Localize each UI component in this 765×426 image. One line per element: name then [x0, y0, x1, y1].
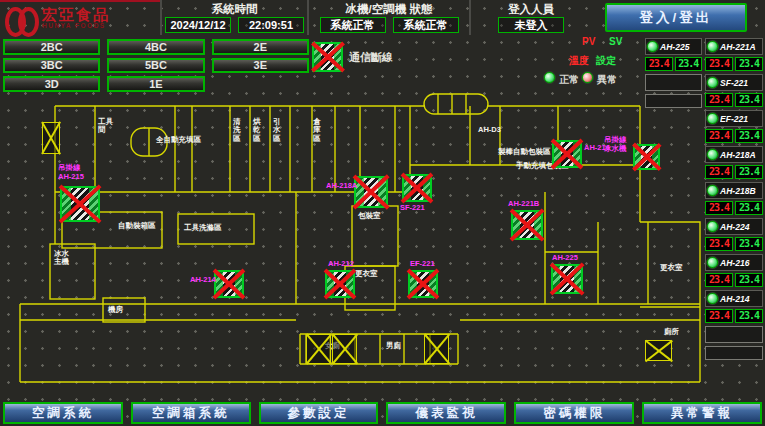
- unit-AH-224[interactable]: AH-224: [705, 218, 763, 235]
- unit-column-b: AH-221A23.423.4SF-22123.423.4EF-22123.42…: [705, 38, 763, 360]
- room-label: 製棒自動包裝區: [498, 148, 551, 156]
- temp-header-label: 溫度: [569, 54, 589, 68]
- sv-value: 23.4: [735, 93, 763, 107]
- login-section: 登入人員 未登入: [469, 0, 591, 35]
- stair-icon: [306, 334, 331, 364]
- unit-SF-221[interactable]: SF-221: [705, 74, 763, 91]
- unit-block: AH-218B23.423.4: [705, 182, 763, 215]
- empty-slot: [645, 94, 702, 108]
- floor-button-2bc[interactable]: 2BC: [3, 39, 100, 55]
- unit-AH-218A[interactable]: AH-218A: [705, 146, 763, 163]
- hunya-logo-icon: [4, 5, 38, 33]
- login-user-value: 未登入: [498, 17, 564, 33]
- bottom-nav: 空調系統空調箱系統參數設定儀表監視密碼權限異常警報: [0, 400, 765, 426]
- unit-column-a: AH-22523.423.4: [645, 38, 702, 108]
- room-label: 男廁: [386, 342, 401, 350]
- ahu-comm-loss-icon[interactable]: [552, 140, 582, 168]
- logo-title: 宏亞食品: [42, 7, 110, 23]
- nav-button[interactable]: 空調箱系統: [131, 402, 251, 424]
- unit-name: AH-224: [720, 221, 749, 232]
- unit-EF-221[interactable]: EF-221: [705, 110, 763, 127]
- unit-values: 23.423.4: [705, 273, 763, 287]
- comm-loss-icon: [312, 42, 343, 72]
- floor-nav: 2BC4BC2E3BC5BC3E3D1E: [3, 39, 309, 92]
- floor-button-4bc[interactable]: 4BC: [107, 39, 204, 55]
- unit-values: 23.423.4: [705, 129, 763, 143]
- unit-block: SF-22123.423.4: [705, 74, 763, 107]
- unit-AH-221A[interactable]: AH-221A: [705, 38, 763, 55]
- floor-button-1e[interactable]: 1E: [107, 76, 204, 92]
- room-label: 清 洗 區: [233, 118, 241, 143]
- unit-block: AH-22523.423.4: [645, 38, 702, 71]
- unit-AH-214[interactable]: AH-214: [705, 290, 763, 307]
- top-bar: 宏亞食品 HUNYA FOODS 系統時間 2024/12/12 22:09:5…: [0, 0, 765, 35]
- status-led: [707, 149, 718, 160]
- unit-AH-216[interactable]: AH-216: [705, 254, 763, 271]
- unit-block: EF-22123.423.4: [705, 110, 763, 143]
- empty-slot: [705, 326, 763, 343]
- floor-plan-map: 工具 間全自動充填區清 洗 區烘 乾 區引 水 區倉 庫 區AH-D3製棒自動包…: [0, 92, 765, 402]
- unit-name: SF-221: [720, 77, 748, 88]
- unit-values: 23.423.4: [705, 93, 763, 107]
- room-label: 冰水 主機: [54, 250, 69, 267]
- nav-button[interactable]: 空調系統: [3, 402, 123, 424]
- logo-subtitle: HUNYA FOODS: [42, 23, 110, 30]
- ahu-marker-label: AH-225: [552, 254, 578, 263]
- ahu-comm-loss-icon[interactable]: [214, 270, 244, 298]
- unit-values: 23.423.4: [705, 309, 763, 323]
- sv-value: 23.4: [735, 165, 763, 179]
- stair-icon: [332, 334, 357, 364]
- system-time-label: 系統時間: [212, 2, 258, 17]
- floor-button-3d[interactable]: 3D: [3, 76, 100, 92]
- system-time-section: 系統時間 2024/12/12 22:09:51: [160, 0, 307, 35]
- machine-status-label: 冰機/空調機 狀態: [346, 2, 433, 17]
- sv-header-label: SV: [609, 36, 622, 47]
- ahu-marker-label: SF-221: [400, 204, 425, 213]
- unit-AH-218B[interactable]: AH-218B: [705, 182, 763, 199]
- empty-slot: [645, 74, 702, 91]
- nav-button[interactable]: 密碼權限: [514, 402, 634, 424]
- ahu-comm-loss-icon[interactable]: [354, 176, 388, 208]
- unit-values: 23.423.4: [645, 57, 702, 71]
- room-label: 更衣室: [355, 270, 378, 278]
- ahu-comm-loss-icon[interactable]: [633, 144, 660, 170]
- status-led: [707, 221, 718, 232]
- floor-button-5bc[interactable]: 5BC: [107, 58, 204, 74]
- pv-value: 23.4: [705, 57, 733, 71]
- room-label: 倉 庫 區: [313, 118, 321, 143]
- room-label: 烘 乾 區: [253, 118, 261, 143]
- pv-header-label: PV: [582, 36, 595, 47]
- ahu-comm-loss-icon[interactable]: [511, 210, 543, 240]
- machine-status-section: 冰機/空調機 狀態 系統正常 系統正常: [307, 0, 469, 35]
- unit-values: 23.423.4: [705, 201, 763, 215]
- login-user-label: 登入人員: [508, 2, 554, 17]
- room-label: 工具洗滌區: [184, 224, 222, 232]
- unit-name: AH-216: [720, 257, 749, 268]
- nav-button[interactable]: 異常警報: [642, 402, 762, 424]
- room-label: 機房: [108, 306, 123, 314]
- ahu-status-value: 系統正常: [393, 17, 459, 33]
- room-label: 包裝室: [358, 212, 381, 220]
- sv-value: 23.4: [735, 309, 763, 323]
- floor-button-3bc[interactable]: 3BC: [3, 58, 100, 74]
- ahu-comm-loss-icon[interactable]: [402, 174, 432, 202]
- floor-button-2e[interactable]: 2E: [212, 39, 309, 55]
- sv-value: 23.4: [735, 273, 763, 287]
- unit-name: AH-221A: [720, 41, 756, 52]
- unit-AH-225[interactable]: AH-225: [645, 38, 702, 55]
- unit-block: AH-218A23.423.4: [705, 146, 763, 179]
- floor-button-3e[interactable]: 3E: [212, 58, 309, 74]
- stair-icon: [645, 340, 672, 361]
- unit-block: AH-221A23.423.4: [705, 38, 763, 71]
- room-label: 工具 間: [98, 118, 113, 135]
- ahu-comm-loss-icon[interactable]: [60, 186, 100, 222]
- pv-value: 23.4: [705, 165, 733, 179]
- ahu-comm-loss-icon[interactable]: [325, 270, 355, 298]
- ahu-comm-loss-icon[interactable]: [408, 270, 438, 298]
- ahu-marker-label: AH-218A: [326, 182, 357, 191]
- ahu-comm-loss-icon[interactable]: [551, 264, 583, 294]
- login-logout-button[interactable]: 登入/登出: [605, 3, 747, 32]
- nav-button[interactable]: 參數設定: [259, 402, 379, 424]
- nav-button[interactable]: 儀表監視: [386, 402, 506, 424]
- room-label: 引 水 區: [273, 118, 281, 143]
